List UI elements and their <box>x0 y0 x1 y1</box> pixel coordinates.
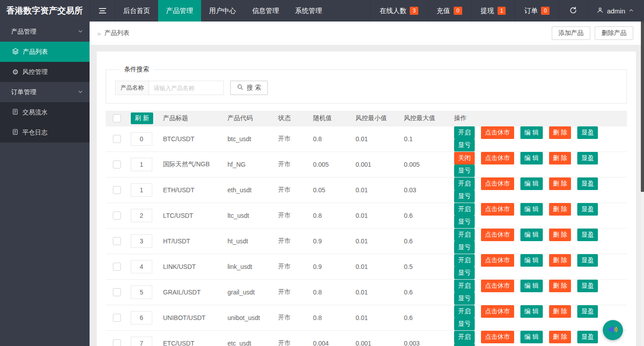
refresh-button[interactable] <box>558 0 587 22</box>
row-checkbox[interactable] <box>113 288 121 296</box>
sort-order-input[interactable] <box>131 158 152 171</box>
show-profit-button[interactable]: 显盈 <box>577 126 598 139</box>
toggle-open-button[interactable]: 开启 <box>454 280 475 292</box>
delete-button[interactable]: 删 除 <box>549 152 571 164</box>
show-loss-button[interactable]: 显亏 <box>454 190 475 203</box>
risk-min-value: 0.01 <box>356 203 404 228</box>
sort-order-input[interactable] <box>131 337 152 346</box>
stat-withdrawals[interactable]: 提现 1 <box>471 0 515 22</box>
suspend-market-button[interactable]: 点击休市 <box>481 305 514 318</box>
show-loss-button[interactable]: 显亏 <box>454 292 475 305</box>
scrollbar-thumb[interactable] <box>641 22 644 192</box>
nav-item-info[interactable]: 信息管理 <box>244 0 287 22</box>
toggle-open-button[interactable]: 开启 <box>454 305 475 318</box>
edit-button[interactable]: 编 辑 <box>520 126 543 139</box>
nav-item-products[interactable]: 产品管理 <box>158 0 201 22</box>
edit-button[interactable]: 编 辑 <box>520 229 543 241</box>
nav-item-users[interactable]: 用户中心 <box>201 0 244 22</box>
sidebar-item-order-mgmt[interactable]: 订单管理 <box>0 82 90 102</box>
row-checkbox[interactable] <box>113 160 121 169</box>
sort-order-input[interactable] <box>131 234 152 248</box>
toggle-open-button[interactable]: 开启 <box>454 177 475 190</box>
toggle-open-button[interactable]: 开启 <box>454 331 475 343</box>
stat-deposits[interactable]: 充值 0 <box>427 0 471 22</box>
show-profit-button[interactable]: 显盈 <box>577 254 598 267</box>
select-all-checkbox[interactable] <box>113 114 121 122</box>
show-loss-button[interactable]: 显亏 <box>454 318 475 330</box>
suspend-market-button[interactable]: 点击休市 <box>481 126 514 139</box>
row-checkbox[interactable] <box>113 339 121 346</box>
show-profit-button[interactable]: 显盈 <box>577 152 598 164</box>
show-loss-button[interactable]: 显亏 <box>454 164 475 177</box>
sidebar-item-trade-flow[interactable]: 交易流水 <box>0 102 90 122</box>
table-row: 国际天然气/NGB hf_NG 开市 0.005 0.001 0.005 关闭 … <box>106 151 627 177</box>
show-loss-button[interactable]: 显亏 <box>454 241 475 254</box>
menu-toggle-button[interactable] <box>90 0 115 22</box>
delete-button[interactable]: 删 除 <box>549 254 571 267</box>
nav-item-system[interactable]: 系统管理 <box>287 0 330 22</box>
suspend-market-button[interactable]: 点击休市 <box>481 254 514 267</box>
show-profit-button[interactable]: 显盈 <box>577 305 598 318</box>
row-checkbox[interactable] <box>113 186 121 194</box>
delete-button[interactable]: 删 除 <box>549 305 571 318</box>
show-profit-button[interactable]: 显盈 <box>577 177 598 190</box>
row-checkbox[interactable] <box>113 135 121 143</box>
show-profit-button[interactable]: 显盈 <box>577 280 598 292</box>
delete-product-button[interactable]: 删除产品 <box>595 26 633 40</box>
suspend-market-button[interactable]: 点击休市 <box>481 331 514 343</box>
edit-button[interactable]: 编 辑 <box>520 177 543 190</box>
sort-order-input[interactable] <box>131 260 152 273</box>
suspend-market-button[interactable]: 点击休市 <box>481 152 514 164</box>
show-profit-button[interactable]: 显盈 <box>577 229 598 241</box>
stat-online-users[interactable]: 在线人数 3 <box>370 0 427 22</box>
suspend-market-button[interactable]: 点击休市 <box>481 280 514 292</box>
sort-order-input[interactable] <box>131 183 152 197</box>
sidebar-item-product-mgmt[interactable]: 产品管理 <box>0 22 90 42</box>
sidebar-item-close-log[interactable]: 平仓日志 <box>0 122 90 143</box>
search-button[interactable]: 搜 索 <box>230 81 268 95</box>
add-product-button[interactable]: 添加产品 <box>552 26 590 40</box>
suspend-market-button[interactable]: 点击休市 <box>481 203 514 216</box>
delete-button[interactable]: 删 除 <box>549 331 571 343</box>
show-loss-button[interactable]: 显亏 <box>454 139 475 151</box>
sort-order-input[interactable] <box>131 132 152 146</box>
edit-button[interactable]: 编 辑 <box>520 203 543 216</box>
show-loss-button[interactable]: 显亏 <box>454 216 475 228</box>
show-profit-button[interactable]: 显盈 <box>577 331 598 343</box>
show-loss-button[interactable]: 显亏 <box>454 343 475 346</box>
delete-button[interactable]: 删 除 <box>549 177 571 190</box>
toggle-open-button[interactable]: 开启 <box>454 229 475 241</box>
sort-order-input[interactable] <box>131 285 152 299</box>
sidebar-item-risk-mgmt[interactable]: ⚙ 风控管理 <box>0 62 90 82</box>
user-menu[interactable]: admin <box>587 0 644 22</box>
delete-button[interactable]: 删 除 <box>549 126 571 139</box>
audio-notification-button[interactable] <box>603 320 623 340</box>
nav-item-home[interactable]: 后台首页 <box>115 0 158 22</box>
toggle-open-button[interactable]: 关闭 <box>454 152 475 164</box>
sidebar-item-product-list[interactable]: 产品列表 <box>0 42 90 62</box>
suspend-market-button[interactable]: 点击休市 <box>481 177 514 190</box>
edit-button[interactable]: 编 辑 <box>520 280 543 292</box>
delete-button[interactable]: 删 除 <box>549 280 571 292</box>
edit-button[interactable]: 编 辑 <box>520 331 543 343</box>
stat-orders[interactable]: 订单 0 <box>515 0 558 22</box>
sort-order-input[interactable] <box>131 311 152 324</box>
toggle-open-button[interactable]: 开启 <box>454 203 475 216</box>
row-checkbox[interactable] <box>113 212 121 220</box>
row-checkbox[interactable] <box>113 237 121 245</box>
toggle-open-button[interactable]: 开启 <box>454 254 475 267</box>
show-loss-button[interactable]: 显亏 <box>454 267 475 279</box>
toggle-open-button[interactable]: 开启 <box>454 126 475 139</box>
delete-button[interactable]: 删 除 <box>549 203 571 216</box>
edit-button[interactable]: 编 辑 <box>520 305 543 318</box>
row-checkbox[interactable] <box>113 263 121 271</box>
delete-button[interactable]: 删 除 <box>549 229 571 241</box>
edit-button[interactable]: 编 辑 <box>520 254 543 267</box>
product-name-input[interactable] <box>149 81 224 95</box>
edit-button[interactable]: 编 辑 <box>520 152 543 164</box>
show-profit-button[interactable]: 显盈 <box>577 203 598 216</box>
row-checkbox[interactable] <box>113 314 121 322</box>
refresh-list-button[interactable]: 刷 新 <box>131 112 153 124</box>
sort-order-input[interactable] <box>131 209 152 222</box>
suspend-market-button[interactable]: 点击休市 <box>481 229 514 241</box>
